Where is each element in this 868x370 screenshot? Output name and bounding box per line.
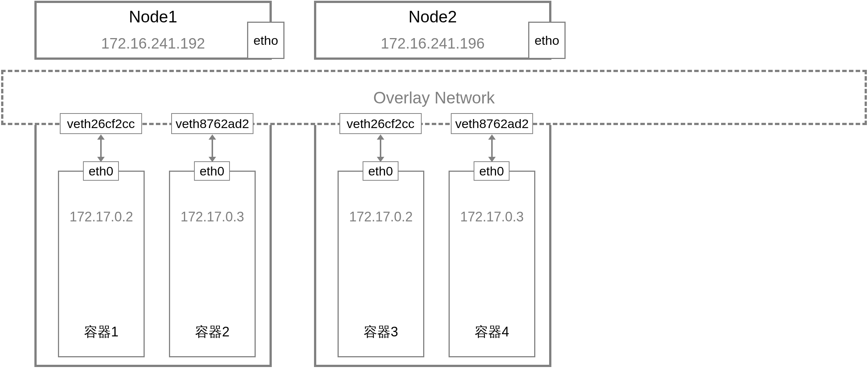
container2-box: 172.17.0.3 容器2 [169, 171, 256, 357]
overlay-network-label: Overlay Network [3, 88, 865, 107]
veth-node2-c2-label: veth8762ad2 [455, 116, 529, 131]
container3-name: 容器3 [339, 323, 423, 341]
container4-ip: 172.17.0.3 [450, 209, 534, 225]
container1-eth0-label: eth0 [89, 164, 113, 178]
container1-name: 容器1 [59, 323, 144, 341]
node2-box: Node2 172.16.241.196 [314, 1, 551, 60]
container3-box: 172.17.0.2 容器3 [338, 171, 424, 357]
container2-name: 容器2 [170, 323, 255, 341]
veth-node1-c1-label: veth26cf2cc [67, 116, 135, 131]
container2-ip: 172.17.0.3 [170, 209, 255, 225]
veth-node2-c1-label: veth26cf2cc [347, 116, 414, 131]
veth-node1-c1: veth26cf2cc [60, 113, 142, 134]
arrow-node2-c2 [491, 138, 493, 158]
container2-eth0-box: eth0 [194, 161, 230, 181]
veth-node2-c1: veth26cf2cc [339, 113, 422, 134]
arrow-node1-c1 [100, 138, 102, 158]
node1-box: Node1 172.16.241.192 [34, 1, 272, 60]
diagram-canvas: Node1 172.16.241.192 etho Node2 172.16.2… [0, 0, 868, 370]
node1-etho-label: etho [253, 33, 278, 48]
veth-node1-c2: veth8762ad2 [171, 113, 253, 134]
node2-title: Node2 [316, 7, 549, 26]
node1-title: Node1 [37, 7, 270, 26]
node2-etho-box: etho [528, 22, 566, 59]
container4-name: 容器4 [450, 323, 534, 341]
arrow-node1-c2 [212, 138, 213, 158]
container4-box: 172.17.0.3 容器4 [449, 171, 535, 357]
container3-eth0-label: eth0 [368, 164, 393, 178]
veth-node2-c2: veth8762ad2 [451, 113, 533, 134]
node2-ip: 172.16.241.196 [316, 35, 549, 52]
container1-box: 172.17.0.2 容器1 [58, 171, 145, 357]
container4-eth0-label: eth0 [479, 164, 504, 178]
container4-eth0-box: eth0 [474, 161, 510, 181]
container1-eth0-box: eth0 [83, 161, 119, 181]
node2-etho-label: etho [535, 33, 559, 48]
arrow-node2-c1 [380, 138, 381, 158]
container3-eth0-box: eth0 [363, 161, 398, 181]
node1-ip: 172.16.241.192 [37, 35, 270, 52]
veth-node1-c2-label: veth8762ad2 [176, 116, 249, 131]
container3-ip: 172.17.0.2 [339, 209, 423, 225]
container2-eth0-label: eth0 [200, 164, 224, 178]
node1-etho-box: etho [247, 22, 284, 59]
container1-ip: 172.17.0.2 [59, 209, 144, 225]
